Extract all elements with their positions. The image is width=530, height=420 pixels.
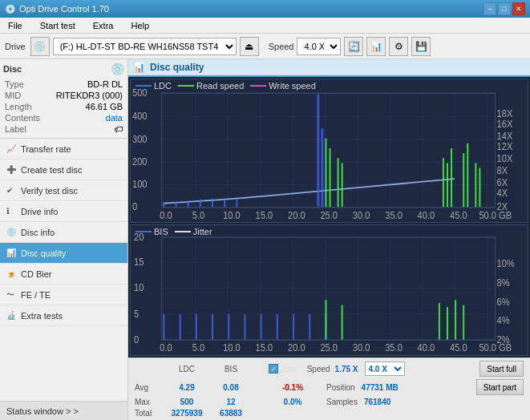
content-area: 📊 Disc quality LDC Read speed <box>128 59 530 420</box>
svg-text:50.0 GB: 50.0 GB <box>479 341 512 353</box>
sidebar-item-extra-tests[interactable]: 🔬 Extra tests <box>0 305 127 326</box>
svg-rect-56 <box>342 163 343 207</box>
speed-stat-select[interactable]: 4.0 X <box>365 361 405 376</box>
content-header-icon: 📊 <box>133 62 145 73</box>
svg-text:400: 400 <box>132 110 148 122</box>
svg-text:15.0: 15.0 <box>256 341 273 353</box>
titlebar: 💿 Opti Drive Control 1.70 − □ ✕ <box>0 0 530 18</box>
svg-text:200: 200 <box>132 155 148 168</box>
speed-select[interactable]: 4.0 X <box>297 38 341 55</box>
menu-help[interactable]: Help <box>126 19 154 32</box>
sidebar-item-disc-info[interactable]: 💿 Disc info <box>0 222 127 243</box>
menu-file[interactable]: File <box>3 19 27 32</box>
svg-rect-112 <box>309 314 310 340</box>
svg-rect-119 <box>463 305 464 341</box>
svg-text:6%: 6% <box>497 296 510 308</box>
sidebar-item-drive-info[interactable]: ℹ Drive info <box>0 201 127 222</box>
sidebar-item-transfer-rate[interactable]: 📈 Transfer rate <box>0 139 127 160</box>
close-button[interactable]: ✕ <box>512 2 525 15</box>
svg-rect-108 <box>244 314 245 340</box>
avg-jitter: -0.1% <box>269 383 317 392</box>
drive-select[interactable]: (F:) HL-DT-ST BD-RE WH16NS58 TST4 <box>53 38 237 55</box>
disc-label-label: Label <box>5 124 26 134</box>
sidebar-item-create-test-disc[interactable]: ➕ Create test disc <box>0 160 127 180</box>
app-icon: 💿 <box>5 4 16 14</box>
svg-text:45.0: 45.0 <box>450 341 467 353</box>
sidebar-item-cd-bier-label: CD Bier <box>21 269 52 279</box>
fe-te-icon: 〜 <box>6 289 16 301</box>
sidebar-item-cd-bier[interactable]: 🍺 CD Bier <box>0 264 127 285</box>
toolbar: Drive 💿 (F:) HL-DT-ST BD-RE WH16NS58 TST… <box>0 34 530 59</box>
svg-rect-51 <box>317 94 319 207</box>
graph-button[interactable]: 📊 <box>366 37 386 56</box>
sidebar-item-disc-quality[interactable]: 📊 Disc quality <box>0 243 127 264</box>
chart1-legend: LDC Read speed Write speed <box>136 81 316 91</box>
charts-container: LDC Read speed Write speed <box>128 77 530 357</box>
save-button[interactable]: 💾 <box>411 37 431 56</box>
chart2-legend: BIS Jitter <box>136 227 212 236</box>
svg-text:40.0: 40.0 <box>418 341 435 353</box>
svg-text:30.0: 30.0 <box>353 341 370 353</box>
svg-text:100: 100 <box>132 178 148 190</box>
jitter-checkbox[interactable]: ✓ <box>269 364 278 374</box>
total-bis: 63883 <box>211 409 251 418</box>
start-part-button[interactable]: Start part <box>476 379 524 395</box>
svg-text:40.0: 40.0 <box>418 209 435 221</box>
sidebar-item-drive-info-label: Drive info <box>21 207 58 216</box>
svg-text:25.0: 25.0 <box>320 341 338 353</box>
svg-text:4X: 4X <box>497 187 508 199</box>
svg-text:14X: 14X <box>497 130 513 142</box>
menu-start-test[interactable]: Start test <box>35 19 80 32</box>
cd-bier-icon: 🍺 <box>6 269 16 278</box>
start-full-button[interactable]: Start full <box>479 361 524 377</box>
svg-text:15: 15 <box>134 256 144 268</box>
app-title: Opti Drive Control 1.70 <box>19 4 109 14</box>
minimize-button[interactable]: − <box>483 2 496 15</box>
disc-mid-row: MID RITEKDR3 (000) <box>3 90 124 101</box>
refresh-button[interactable]: 🔄 <box>344 37 363 56</box>
svg-rect-117 <box>447 307 448 340</box>
svg-text:5.0: 5.0 <box>192 209 205 221</box>
disc-info-icon: 💿 <box>6 228 16 236</box>
svg-rect-114 <box>325 301 326 341</box>
status-window-button[interactable]: Status window > > <box>0 401 127 420</box>
disc-mid-label: MID <box>5 91 21 100</box>
sidebar-item-fe-te[interactable]: 〜 FE / TE <box>0 285 127 305</box>
status-window-label: Status window > > <box>6 406 79 416</box>
titlebar-controls: − □ ✕ <box>483 2 525 15</box>
position-label: Position <box>326 383 355 392</box>
svg-rect-105 <box>196 314 197 340</box>
svg-text:5.0: 5.0 <box>192 341 205 353</box>
chart-bis: BIS Jitter <box>130 224 528 356</box>
svg-text:0.0: 0.0 <box>160 209 172 221</box>
eject-button[interactable]: ⏏ <box>240 37 259 56</box>
sidebar-item-transfer-rate-label: Transfer rate <box>21 144 71 154</box>
sidebar: Disc 💿 Type BD-R DL MID RITEKDR3 (000) L… <box>0 59 128 420</box>
sidebar-item-extra-tests-label: Extra tests <box>21 311 63 321</box>
drive-icon-btn[interactable]: 💿 <box>30 37 50 56</box>
svg-rect-54 <box>330 148 331 208</box>
svg-rect-107 <box>228 314 229 340</box>
settings-button[interactable]: ⚙ <box>389 37 408 56</box>
disc-length-row: Length 46.61 GB <box>3 101 124 112</box>
svg-rect-53 <box>325 139 326 208</box>
menu-extra[interactable]: Extra <box>88 19 119 32</box>
svg-text:10%: 10% <box>497 257 515 269</box>
disc-label-row: Label 🏷 <box>3 123 124 135</box>
svg-rect-46 <box>188 200 189 208</box>
speed-stat-value: 1.75 X <box>335 365 358 374</box>
legend-ldc-label: LDC <box>154 81 172 91</box>
svg-rect-44 <box>163 203 164 208</box>
svg-text:0: 0 <box>132 200 137 212</box>
maximize-button[interactable]: □ <box>498 2 511 15</box>
total-label: Total <box>135 409 163 418</box>
svg-rect-45 <box>176 201 177 207</box>
position-value: 47731 MB <box>362 383 399 392</box>
verify-disc-icon: ✔ <box>6 186 16 195</box>
avg-ldc: 4.29 <box>166 383 208 392</box>
svg-text:10.0: 10.0 <box>223 341 241 353</box>
svg-rect-115 <box>342 305 343 341</box>
svg-rect-58 <box>447 163 448 207</box>
sidebar-item-verify-test-disc[interactable]: ✔ Verify test disc <box>0 180 127 201</box>
max-jitter: 0.0% <box>269 398 317 406</box>
